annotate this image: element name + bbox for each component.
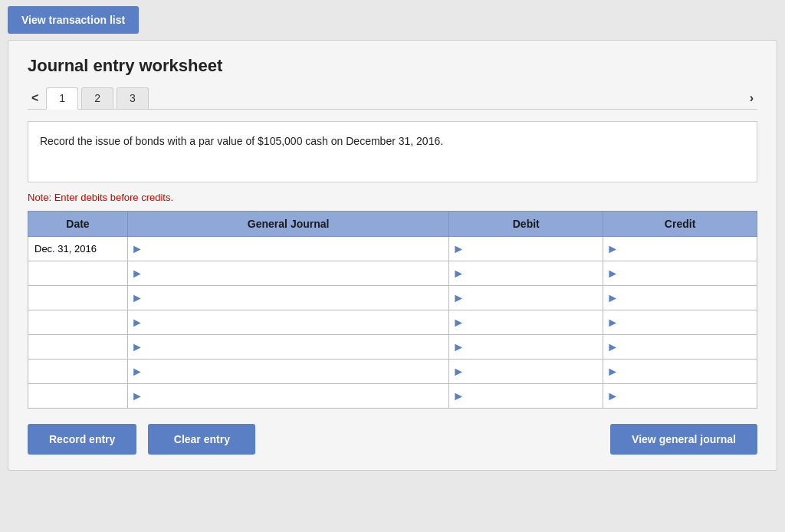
debit-arrow-5: ► xyxy=(449,340,468,354)
row-arrow-3: ► xyxy=(128,291,146,305)
credit-arrow-7: ► xyxy=(603,389,622,403)
worksheet-title: Journal entry worksheet xyxy=(28,56,757,76)
journal-input-1[interactable] xyxy=(146,237,448,261)
table-row: ► ► ► xyxy=(28,360,757,384)
date-cell-3 xyxy=(28,286,128,310)
credit-cell-4[interactable]: ► xyxy=(603,310,757,335)
credit-cell-5[interactable]: ► xyxy=(603,335,757,360)
debit-input-4[interactable] xyxy=(468,310,603,334)
view-transaction-button[interactable]: View transaction list xyxy=(8,6,139,34)
date-cell-6 xyxy=(28,360,128,384)
debit-cell-1[interactable]: ► xyxy=(449,237,603,261)
row-arrow-6: ► xyxy=(128,365,146,379)
tab-3[interactable]: 3 xyxy=(117,87,149,109)
debit-input-2[interactable] xyxy=(468,261,603,285)
note-text: Note: Enter debits before credits. xyxy=(28,192,757,203)
debit-cell-2[interactable]: ► xyxy=(449,261,603,286)
credit-cell-2[interactable]: ► xyxy=(603,261,757,286)
journal-table: Date General Journal Debit Credit Dec. 3… xyxy=(28,211,757,409)
credit-input-2[interactable] xyxy=(622,261,757,285)
tab-1[interactable]: 1 xyxy=(46,87,78,110)
tab-next-arrow[interactable]: › xyxy=(746,91,757,105)
instruction-box: Record the issue of bonds with a par val… xyxy=(28,121,757,182)
col-header-general-journal: General Journal xyxy=(128,212,449,237)
debit-cell-3[interactable]: ► xyxy=(449,286,603,310)
debit-cell-5[interactable]: ► xyxy=(449,335,603,360)
credit-arrow-6: ► xyxy=(603,365,622,379)
journal-cell-5[interactable]: ► xyxy=(128,335,449,360)
debit-arrow-3: ► xyxy=(449,291,468,305)
credit-arrow-1: ► xyxy=(603,242,622,256)
journal-cell-4[interactable]: ► xyxy=(128,310,449,335)
date-cell-7 xyxy=(28,384,128,409)
table-row: ► ► ► xyxy=(28,384,757,409)
tab-2[interactable]: 2 xyxy=(81,87,113,109)
debit-arrow-1: ► xyxy=(449,242,468,256)
table-row: ► ► ► xyxy=(28,261,757,286)
tab-prev-arrow[interactable]: < xyxy=(28,91,42,105)
debit-input-7[interactable] xyxy=(468,384,603,408)
debit-arrow-4: ► xyxy=(449,316,468,330)
credit-cell-6[interactable]: ► xyxy=(603,360,757,384)
table-row: ► ► ► xyxy=(28,335,757,360)
date-cell-5 xyxy=(28,335,128,360)
col-header-debit: Debit xyxy=(449,212,603,237)
journal-input-3[interactable] xyxy=(146,286,448,310)
debit-input-5[interactable] xyxy=(468,335,603,359)
credit-input-6[interactable] xyxy=(622,360,757,383)
debit-arrow-7: ► xyxy=(449,389,468,403)
credit-arrow-2: ► xyxy=(603,267,622,281)
credit-input-5[interactable] xyxy=(622,335,757,359)
table-row: ► ► ► xyxy=(28,286,757,310)
date-cell-4 xyxy=(28,310,128,335)
record-entry-button[interactable]: Record entry xyxy=(28,424,136,455)
debit-arrow-2: ► xyxy=(449,267,468,281)
credit-cell-7[interactable]: ► xyxy=(603,384,757,409)
debit-cell-7[interactable]: ► xyxy=(449,384,603,409)
top-bar: View transaction list xyxy=(0,0,785,40)
row-arrow-7: ► xyxy=(128,389,146,403)
journal-cell-6[interactable]: ► xyxy=(128,360,449,384)
main-container: Journal entry worksheet < 1 2 3 › Record… xyxy=(8,40,777,471)
instruction-text: Record the issue of bonds with a par val… xyxy=(40,135,443,147)
row-arrow-2: ► xyxy=(128,267,146,281)
journal-input-2[interactable] xyxy=(146,261,448,285)
table-row: ► ► ► xyxy=(28,310,757,335)
credit-cell-3[interactable]: ► xyxy=(603,286,757,310)
credit-input-7[interactable] xyxy=(622,384,757,408)
debit-input-1[interactable] xyxy=(468,237,603,261)
view-general-journal-button[interactable]: View general journal xyxy=(610,424,757,455)
journal-cell-3[interactable]: ► xyxy=(128,286,449,310)
debit-cell-4[interactable]: ► xyxy=(449,310,603,335)
row-arrow-1: ► xyxy=(128,242,146,256)
credit-cell-1[interactable]: ► xyxy=(603,237,757,261)
journal-cell-7[interactable]: ► xyxy=(128,384,449,409)
credit-arrow-3: ► xyxy=(603,291,622,305)
credit-input-3[interactable] xyxy=(622,286,757,310)
journal-input-6[interactable] xyxy=(146,360,448,383)
date-cell-2 xyxy=(28,261,128,286)
debit-arrow-6: ► xyxy=(449,365,468,379)
journal-input-7[interactable] xyxy=(146,384,448,408)
debit-cell-6[interactable]: ► xyxy=(449,360,603,384)
credit-arrow-5: ► xyxy=(603,340,622,354)
col-header-credit: Credit xyxy=(603,212,757,237)
journal-cell-2[interactable]: ► xyxy=(128,261,449,286)
date-cell-1: Dec. 31, 2016 xyxy=(28,237,128,261)
row-arrow-5: ► xyxy=(128,340,146,354)
clear-entry-button[interactable]: Clear entry xyxy=(148,424,255,455)
journal-cell-1[interactable]: ► xyxy=(128,237,449,261)
journal-input-5[interactable] xyxy=(146,335,448,359)
row-arrow-4: ► xyxy=(128,316,146,330)
col-header-date: Date xyxy=(28,212,128,237)
credit-arrow-4: ► xyxy=(603,316,622,330)
debit-input-3[interactable] xyxy=(468,286,603,310)
table-row: Dec. 31, 2016 ► ► ► xyxy=(28,237,757,261)
debit-input-6[interactable] xyxy=(468,360,603,383)
bottom-buttons: Record entry Clear entry View general jo… xyxy=(28,424,757,455)
journal-input-4[interactable] xyxy=(146,310,448,334)
credit-input-4[interactable] xyxy=(622,310,757,334)
credit-input-1[interactable] xyxy=(622,237,757,261)
